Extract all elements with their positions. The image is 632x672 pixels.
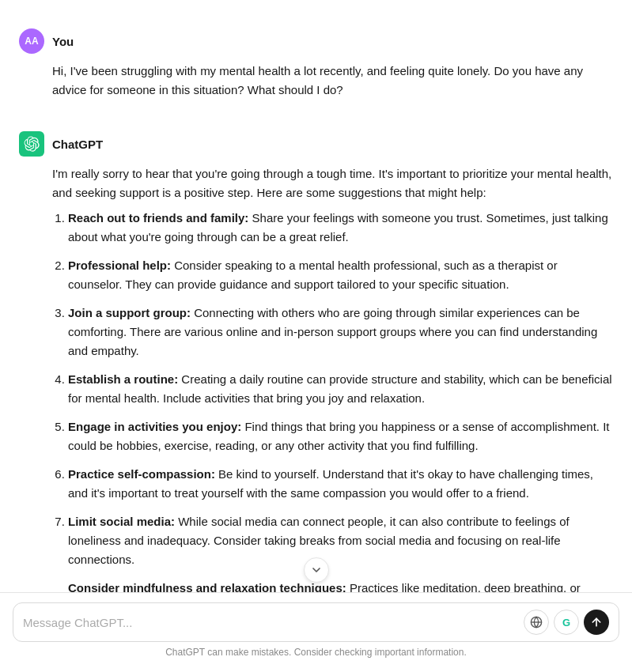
suggestion-bold-1: Reach out to friends and family: <box>68 211 248 225</box>
list-item: Limit social media: While social media c… <box>68 512 613 569</box>
chatgpt-intro-text: I'm really sorry to hear that you're goi… <box>52 164 613 202</box>
send-up-icon <box>590 616 603 629</box>
gramarly-button[interactable]: G <box>554 610 579 635</box>
user-message-block: AA You Hi, I've been struggling with my … <box>0 16 632 119</box>
suggestion-bold-6: Practice self-compassion: <box>68 467 215 481</box>
list-item: Professional help: Consider speaking to … <box>68 256 613 294</box>
chatgpt-message-header: ChatGPT <box>19 131 613 157</box>
list-item: Reach out to friends and family: Share y… <box>68 209 613 247</box>
list-item: Consider mindfulness and relaxation tech… <box>68 579 613 592</box>
list-item: Establish a routine: Creating a daily ro… <box>68 370 613 408</box>
user-message-header: AA You <box>19 28 613 54</box>
user-message-content: Hi, I've been struggling with my mental … <box>52 62 613 100</box>
input-row: G <box>13 602 619 642</box>
chatgpt-sender-name: ChatGPT <box>52 138 103 151</box>
suggestion-text-8: Practices like meditation, deep breathin… <box>346 581 581 592</box>
suggestion-bold-4: Establish a routine: <box>68 372 178 386</box>
suggestion-bold-8: Consider mindfulness and relaxation tech… <box>68 581 346 592</box>
user-avatar: AA <box>19 28 44 54</box>
list-item: Join a support group: Connecting with ot… <box>68 304 613 361</box>
input-area: G ChatGPT can make mistakes. Consider ch… <box>0 592 632 672</box>
input-icons: G <box>524 610 609 635</box>
chat-container[interactable]: AA You Hi, I've been struggling with my … <box>0 0 632 592</box>
suggestion-bold-2: Professional help: <box>68 259 171 272</box>
chevron-down-icon <box>310 564 323 576</box>
footer-note: ChatGPT can make mistakes. Consider chec… <box>13 642 619 666</box>
search-web-button[interactable] <box>524 610 549 635</box>
list-item: Practice self-compassion: Be kind to you… <box>68 465 613 503</box>
user-sender-name: You <box>52 35 74 48</box>
suggestion-bold-3: Join a support group: <box>68 306 191 319</box>
chatgpt-avatar <box>19 131 44 157</box>
chatgpt-logo-icon <box>24 136 40 152</box>
scroll-down-button[interactable] <box>304 557 329 583</box>
suggestion-bold-5: Engage in activities you enjoy: <box>68 420 241 433</box>
user-message-text: Hi, I've been struggling with my mental … <box>52 62 613 100</box>
globe-icon <box>530 616 543 629</box>
chatgpt-message-content: I'm really sorry to hear that you're goi… <box>52 164 613 592</box>
chatgpt-suggestions-list: Reach out to friends and family: Share y… <box>52 209 613 592</box>
user-avatar-initials: AA <box>25 36 38 47</box>
send-button[interactable] <box>584 610 609 635</box>
message-input[interactable] <box>23 616 517 629</box>
chatgpt-message-block: ChatGPT I'm really sorry to hear that yo… <box>0 119 632 592</box>
list-item: Engage in activities you enjoy: Find thi… <box>68 417 613 455</box>
suggestion-bold-7: Limit social media: <box>68 515 175 528</box>
grammarly-letter: G <box>562 617 570 629</box>
